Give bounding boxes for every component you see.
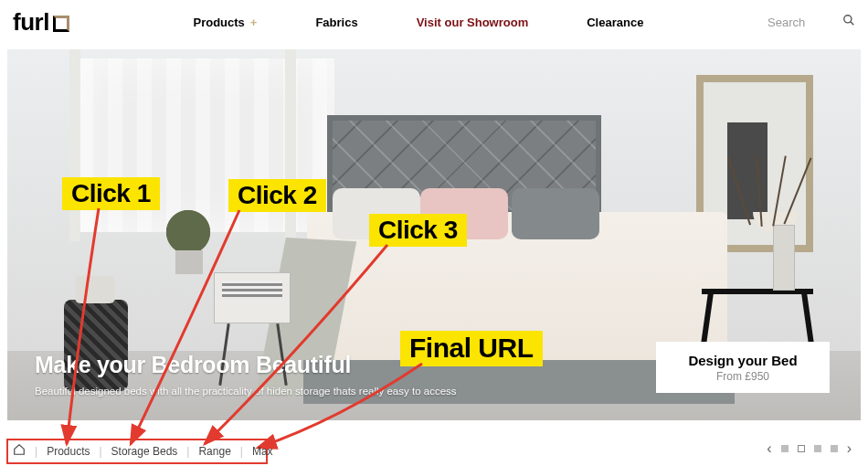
svg-point-0 xyxy=(844,16,852,23)
cta-subtitle: From £950 xyxy=(716,370,769,383)
breadcrumb-item-max[interactable]: Max xyxy=(252,445,273,458)
search-input[interactable] xyxy=(767,16,833,29)
pager-dot[interactable] xyxy=(814,445,821,452)
breadcrumb-separator: | xyxy=(35,445,37,458)
breadcrumb-item-storage-beds[interactable]: Storage Beds xyxy=(111,445,178,458)
nav-clearance-label: Clearance xyxy=(587,16,643,29)
nav-products-label: Products xyxy=(193,16,244,29)
hero-scene-drawer xyxy=(222,281,282,297)
annotation-click2: Click 2 xyxy=(228,179,326,212)
hero-scene-curtain xyxy=(285,49,296,241)
hero-scene-curtain xyxy=(69,49,80,241)
hero-scene-pot xyxy=(175,250,203,274)
nav-fabrics-label: Fabrics xyxy=(315,16,357,29)
nav-showroom[interactable]: Visit our Showroom xyxy=(417,16,529,29)
chevron-right-icon[interactable]: › xyxy=(847,440,852,457)
hero-scene-nightstand xyxy=(214,272,291,323)
hero-text: Make your Bedroom Beautiful Beautiful de… xyxy=(35,352,457,397)
breadcrumb-separator: | xyxy=(240,445,243,458)
search-icon[interactable] xyxy=(842,14,855,30)
breadcrumb: | Products | Storage Beds | Range | Max xyxy=(13,443,273,459)
design-your-bed-button[interactable]: Design your Bed From £950 xyxy=(656,342,830,393)
pager-dot[interactable] xyxy=(831,445,838,452)
breadcrumb-separator: | xyxy=(186,445,189,458)
hero-subtitle: Beautiful designed beds with all the pra… xyxy=(35,386,457,397)
nav-products[interactable]: Products + xyxy=(193,16,257,29)
svg-line-1 xyxy=(851,22,853,25)
site-header: furl Products + Fabrics Visit our Showro… xyxy=(0,0,868,44)
hero-pager: ‹ › xyxy=(767,440,852,457)
breadcrumb-separator: | xyxy=(99,445,101,458)
hero-scene-pillow xyxy=(512,188,599,239)
home-icon[interactable] xyxy=(13,443,26,459)
chevron-left-icon[interactable]: ‹ xyxy=(767,440,771,457)
hero-scene-branches xyxy=(729,155,820,238)
hero-title: Make your Bedroom Beautiful xyxy=(35,352,457,378)
nav-showroom-label: Visit our Showroom xyxy=(417,16,529,29)
brand-logo[interactable]: furl xyxy=(13,8,69,37)
hero-scene-sidetable xyxy=(702,289,813,294)
nav-clearance[interactable]: Clearance xyxy=(587,16,643,29)
nav-fabrics[interactable]: Fabrics xyxy=(315,16,357,29)
breadcrumb-item-range[interactable]: Range xyxy=(198,445,230,458)
pager-dot-active[interactable] xyxy=(798,445,805,452)
brand-name: furl xyxy=(13,8,49,37)
annotation-final-url: Final URL xyxy=(400,331,543,366)
plus-icon: + xyxy=(250,16,258,29)
breadcrumb-item-products[interactable]: Products xyxy=(47,445,90,458)
brand-mark-icon xyxy=(53,16,69,32)
primary-nav: Products + Fabrics Visit our Showroom Cl… xyxy=(69,16,767,29)
cta-title: Design your Bed xyxy=(688,353,797,368)
annotation-click3: Click 3 xyxy=(369,214,467,247)
pager-dot[interactable] xyxy=(781,445,789,452)
annotation-click1: Click 1 xyxy=(62,177,160,210)
search-group xyxy=(767,14,855,30)
